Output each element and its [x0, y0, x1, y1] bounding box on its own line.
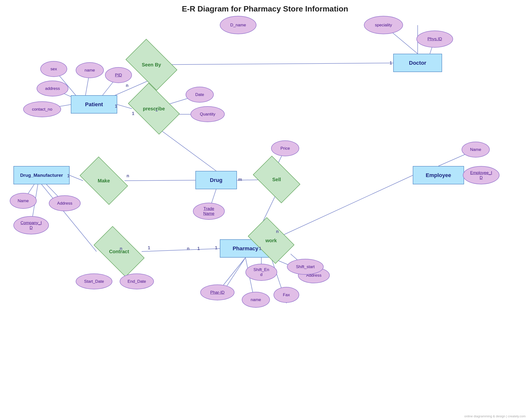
- mult-pharmacy-1: 1: [215, 246, 217, 250]
- diagram-container: E-R Diagram for Pharmacy Store Informati…: [0, 0, 530, 420]
- entity-drug-manufacturer: Drug_Manufacturer: [14, 166, 70, 184]
- attr-date: Date: [186, 87, 214, 102]
- entity-drug: Drug: [195, 171, 237, 189]
- attr-price: Price: [271, 140, 299, 156]
- attr-end-date: End_Date: [120, 274, 154, 289]
- attr-name-p: name: [76, 62, 104, 78]
- entity-employee: Employee: [413, 166, 464, 184]
- attr-start-date: Start_Date: [76, 274, 112, 289]
- attr-phys-id: Phys.ID: [416, 30, 453, 48]
- attr-shift-end: Shift_En d: [246, 264, 277, 281]
- attr-sex: sex: [40, 61, 67, 77]
- attr-contact-no: contact_no: [23, 101, 61, 117]
- relationship-sell: Sell: [256, 166, 297, 193]
- diagram-lines: [0, 0, 530, 420]
- relationship-seen-by: Seen By: [130, 50, 173, 79]
- svg-line-19: [125, 180, 195, 181]
- attr-d-name: D_name: [220, 16, 256, 34]
- attr-name-ph: name: [242, 292, 270, 308]
- mult-work-pharmacy: 1: [259, 246, 261, 251]
- attr-trade-name: Trade Name: [193, 203, 225, 220]
- attr-address-dm: Address: [49, 195, 81, 211]
- entity-patient: Patient: [71, 95, 117, 114]
- attr-quantity: Quantity: [191, 106, 225, 122]
- mult-work-employee: n: [276, 229, 279, 234]
- attr-fax: Fax: [274, 287, 299, 303]
- svg-line-24: [142, 248, 220, 251]
- mult-seen-doctor: 1: [390, 60, 392, 66]
- entity-doctor: Doctor: [393, 54, 442, 72]
- mult-make-drug: n: [127, 173, 129, 178]
- mult-prescribe-patient: 1: [115, 104, 117, 109]
- attr-pid: PID: [105, 67, 132, 83]
- relationship-make: Make: [83, 167, 125, 194]
- svg-line-3: [151, 63, 393, 65]
- mult-prescribe-1: 1: [132, 111, 134, 116]
- mult-sell-pharmacy: n: [187, 246, 190, 251]
- mult-drug-sell: m: [238, 177, 242, 182]
- attr-company-id: Company_I D: [14, 216, 49, 234]
- attr-speciality: speciality: [364, 16, 403, 34]
- attr-name-dm: Name: [10, 193, 37, 209]
- attr-emp-id: Employee_I D: [463, 166, 500, 184]
- attr-address-p: address: [37, 81, 68, 96]
- attr-name-e: Name: [462, 142, 490, 158]
- mult-contract-1: 1: [148, 246, 150, 250]
- creately-badge: online diagramming & design | creately.c…: [464, 414, 526, 418]
- relationship-prescribe: prescribe: [132, 94, 176, 123]
- mult-seen-patient: n: [126, 83, 129, 88]
- relationship-work: work: [251, 227, 291, 254]
- relationship-contract: Contract: [96, 238, 142, 265]
- mult-make-mfr: 1: [67, 173, 70, 178]
- mult-contract-pharmacy: 1: [197, 246, 200, 251]
- attr-phar-id: Phar-ID: [200, 285, 235, 300]
- svg-line-20: [42, 184, 96, 251]
- diagram-title: E-R Diagram for Pharmacy Store Informati…: [0, 4, 530, 14]
- attr-shift-start: Shift_start: [287, 259, 324, 275]
